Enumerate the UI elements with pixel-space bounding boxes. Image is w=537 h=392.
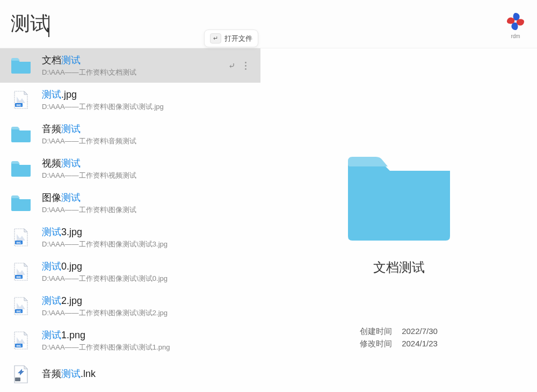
app-logo-icon	[505, 11, 526, 32]
result-item-6[interactable]: IMG测试0.jpgD:\AAA——工作资料\图像测试\测试0.jpg	[0, 255, 260, 289]
result-title: 文档测试	[42, 54, 228, 67]
preview-title: 文档测试	[373, 259, 425, 276]
title-suffix: 3.jpg	[61, 227, 82, 237]
svg-text:IMG: IMG	[16, 310, 21, 313]
preview-folder-icon	[343, 150, 455, 244]
result-path: D:\AAA——工作资料\图像测试\测试3.jpg	[42, 239, 251, 249]
folder-icon	[10, 123, 32, 146]
content-area: 文档测试D:\AAA——工作资料\文档测试⤶IMG测试.jpgD:\AAA——工…	[0, 48, 537, 392]
result-path: D:\AAA——工作资料\音频测试	[42, 136, 251, 146]
result-text: 文档测试D:\AAA——工作资料\文档测试	[42, 54, 228, 77]
image-file-icon: IMG	[10, 89, 32, 111]
result-item-8[interactable]: IMG测试1.pngD:\AAA——工作资料\图像测试\测试1.png	[0, 323, 260, 358]
folder-icon	[10, 192, 32, 214]
header-bar: 测试 ↵ 打开文件 rdm	[0, 0, 537, 48]
title-highlight: 测试	[42, 227, 61, 237]
search-input-text[interactable]: 测试	[11, 12, 49, 34]
title-highlight: 测试	[61, 368, 81, 379]
svg-text:IMG: IMG	[16, 104, 21, 107]
title-suffix: 0.jpg	[61, 261, 82, 272]
image-file-icon: IMG	[10, 329, 32, 352]
title-suffix: .jpg	[61, 89, 77, 100]
created-label: 创建时间	[360, 326, 392, 337]
result-title: 测试2.jpg	[42, 294, 251, 307]
modified-label: 修改时间	[360, 339, 392, 349]
result-item-0[interactable]: 文档测试D:\AAA——工作资料\文档测试⤶	[0, 48, 260, 83]
result-title: 视频测试	[42, 157, 251, 170]
title-prefix: 文档	[42, 55, 61, 66]
result-path: D:\AAA——工作资料\图像测试\测试1.png	[42, 343, 251, 352]
enter-key-icon: ↵	[210, 33, 221, 43]
preview-pane: 文档测试 创建时间 2022/7/30 修改时间 2024/1/23	[260, 48, 537, 392]
title-highlight: 测试	[42, 295, 61, 306]
svg-text:IMG: IMG	[16, 344, 21, 347]
result-item-4[interactable]: 图像测试D:\AAA——工作资料\图像测试	[0, 186, 260, 220]
result-title: 图像测试	[42, 191, 251, 204]
result-item-5[interactable]: IMG测试3.jpgD:\AAA——工作资料\图像测试\测试3.jpg	[0, 220, 260, 255]
result-text: 测试0.jpgD:\AAA——工作资料\图像测试\测试0.jpg	[42, 260, 251, 284]
result-text: 视频测试D:\AAA——工作资料\视频测试	[42, 157, 251, 180]
result-item-1[interactable]: IMG测试.jpgD:\AAA——工作资料\图像测试\测试.jpg	[0, 83, 260, 117]
result-title: 音频测试.lnk	[42, 367, 251, 380]
folder-icon	[10, 157, 32, 180]
title-highlight: 测试	[61, 158, 81, 169]
logo-area: rdm	[505, 11, 526, 39]
text-caret	[48, 16, 49, 37]
logo-text: rdm	[511, 33, 520, 39]
svg-text:IMG: IMG	[16, 241, 21, 244]
result-path: D:\AAA——工作资料\图像测试\测试2.jpg	[42, 308, 251, 318]
folder-icon	[10, 54, 32, 77]
result-item-7[interactable]: IMG测试2.jpgD:\AAA——工作资料\图像测试\测试2.jpg	[0, 289, 260, 323]
shortcut-icon	[10, 363, 32, 386]
result-text: 图像测试D:\AAA——工作资料\图像测试	[42, 191, 251, 215]
more-menu-icon[interactable]	[245, 62, 246, 70]
svg-rect-10	[15, 378, 20, 381]
result-title: 测试1.png	[42, 329, 251, 342]
title-suffix: .lnk	[81, 368, 96, 379]
tooltip-label: 打开文件	[224, 34, 252, 43]
preview-metadata: 创建时间 2022/7/30 修改时间 2024/1/23	[360, 324, 438, 349]
title-highlight: 测试	[61, 55, 81, 66]
result-title: 测试.jpg	[42, 88, 251, 101]
result-text: 测试2.jpgD:\AAA——工作资料\图像测试\测试2.jpg	[42, 294, 251, 318]
title-highlight: 测试	[61, 192, 81, 203]
title-highlight: 测试	[42, 261, 61, 272]
image-file-icon: IMG	[10, 295, 32, 317]
result-item-3[interactable]: 视频测试D:\AAA——工作资料\视频测试	[0, 151, 260, 186]
svg-text:IMG: IMG	[16, 275, 21, 279]
modified-value: 2024/1/23	[402, 339, 438, 349]
result-text: 测试.jpgD:\AAA——工作资料\图像测试\测试.jpg	[42, 88, 251, 112]
result-text: 音频测试.lnk	[42, 367, 251, 381]
title-suffix: 1.png	[61, 330, 85, 340]
result-path: D:\AAA——工作资料\图像测试\测试0.jpg	[42, 274, 251, 284]
image-file-icon: IMG	[10, 226, 32, 249]
result-path: D:\AAA——工作资料\图像测试	[42, 205, 251, 215]
title-highlight: 测试	[42, 89, 61, 100]
image-file-icon: IMG	[10, 260, 32, 283]
result-title: 音频测试	[42, 122, 251, 135]
title-suffix: 2.jpg	[61, 295, 82, 306]
result-item-2[interactable]: 音频测试D:\AAA——工作资料\音频测试	[0, 117, 260, 151]
result-path: D:\AAA——工作资料\视频测试	[42, 171, 251, 180]
result-title: 测试0.jpg	[42, 260, 251, 273]
result-path: D:\AAA——工作资料\图像测试\测试.jpg	[42, 102, 251, 112]
title-highlight: 测试	[61, 124, 81, 134]
created-value: 2022/7/30	[402, 326, 438, 337]
results-list[interactable]: 文档测试D:\AAA——工作资料\文档测试⤶IMG测试.jpgD:\AAA——工…	[0, 48, 260, 392]
title-highlight: 测试	[42, 330, 61, 340]
title-prefix: 音频	[42, 124, 61, 134]
open-file-tooltip: ↵ 打开文件	[204, 30, 258, 47]
result-path: D:\AAA——工作资料\文档测试	[42, 68, 228, 77]
open-enter-icon[interactable]: ⤶	[228, 61, 235, 71]
title-prefix: 音频	[42, 368, 61, 379]
result-title: 测试3.jpg	[42, 226, 251, 238]
result-text: 音频测试D:\AAA——工作资料\音频测试	[42, 122, 251, 146]
result-text: 测试1.pngD:\AAA——工作资料\图像测试\测试1.png	[42, 329, 251, 352]
result-actions: ⤶	[228, 61, 251, 71]
title-prefix: 视频	[42, 158, 61, 169]
title-prefix: 图像	[42, 192, 61, 203]
result-item-9[interactable]: 音频测试.lnk	[0, 358, 260, 391]
result-text: 测试3.jpgD:\AAA——工作资料\图像测试\测试3.jpg	[42, 226, 251, 249]
